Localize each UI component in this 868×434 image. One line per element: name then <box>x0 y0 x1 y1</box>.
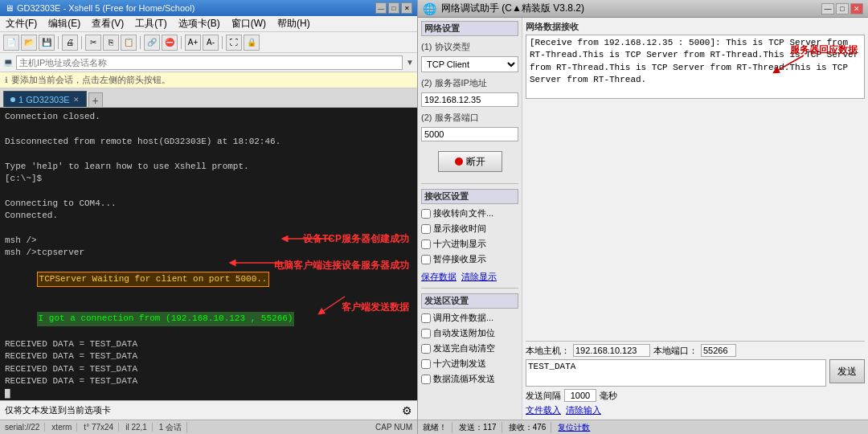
nd-win-buttons: — □ ✕ <box>821 3 863 14</box>
menu-tools[interactable]: 工具(T) <box>133 17 169 31</box>
input-bar-label: 仅将文本发送到当前选项卡 <box>5 404 111 416</box>
xshell-close-btn[interactable]: ✕ <box>401 2 412 14</box>
terminal-cursor: █ <box>5 388 412 400</box>
toolbar-zoom-out[interactable]: A- <box>203 35 219 51</box>
nd-app-icon: 🌐 <box>423 2 436 15</box>
terminal-line-5: Type 'help' to learn how to use Xshell p… <box>5 161 412 173</box>
toolbar-save[interactable]: 💾 <box>39 35 55 51</box>
nd-local-port-input[interactable] <box>701 344 736 357</box>
nd-status-reset[interactable]: 复位计数 <box>558 422 590 433</box>
xshell-maximize-btn[interactable]: □ <box>388 2 399 14</box>
nd-status-ready: 就绪！ <box>423 422 452 433</box>
toolbar-lock[interactable]: 🔒 <box>244 35 260 51</box>
menu-tabs[interactable]: 选项卡(B) <box>176 17 223 31</box>
nd-send-checkbox-4[interactable] <box>421 359 431 369</box>
nd-server-ip-label: (2) 服务器IP地址 <box>421 77 518 89</box>
nd-recv-opt-3[interactable]: 十六进制显示 <box>421 238 518 250</box>
netdebug-panel: 🌐 网络调试助手 (C▲精装版 V3.8.2) — □ ✕ 网络设置 (1) 协… <box>418 0 868 434</box>
nd-send-checkbox-3[interactable] <box>421 344 431 354</box>
menu-window[interactable]: 窗口(W) <box>229 17 268 31</box>
nd-server-ip-input[interactable] <box>421 92 518 107</box>
address-arrow[interactable]: ▼ <box>406 58 414 67</box>
toolbar-paste[interactable]: 📋 <box>121 35 137 51</box>
nd-save-link[interactable]: 保存数据 <box>421 271 457 283</box>
xshell-win-buttons: — □ ✕ <box>375 2 412 14</box>
nd-file-load-link[interactable]: 文件载入 <box>526 404 561 416</box>
nd-recv-checkbox-4[interactable] <box>421 255 431 264</box>
terminal-line-9: Connected. <box>5 210 412 222</box>
nd-recv-opt-1[interactable]: 接收转向文件... <box>421 207 518 219</box>
nd-send-opt-5[interactable]: 数据流循环发送 <box>421 373 518 385</box>
nd-recv-checkbox-1[interactable] <box>421 209 431 219</box>
nd-send-opt-label-2: 自动发送附加位 <box>433 327 495 339</box>
nd-recv-opt-4[interactable]: 暂停接收显示 <box>421 253 518 265</box>
xshell-title-text: GD32303E - Xshell 5 (Free for Home/Schoo… <box>17 3 194 13</box>
input-expand-icon[interactable]: ⚙ <box>402 404 412 417</box>
nd-title-text: 网络调试助手 (C▲精装版 V3.8.2) <box>441 2 584 15</box>
svg-line-3 <box>776 55 804 72</box>
menu-help[interactable]: 帮助(H) <box>275 17 313 31</box>
toolbar-disconnect[interactable]: ⛔ <box>162 35 178 51</box>
nd-server-port-input[interactable] <box>421 127 518 141</box>
nd-send-opt-label-4: 十六进制发送 <box>433 358 486 370</box>
nd-clear-input-link[interactable]: 清除输入 <box>566 404 601 416</box>
xshell-terminal[interactable]: Connection closed. Disconnected from rem… <box>0 108 417 400</box>
nd-send-textarea[interactable]: TEST_DATA <box>526 359 826 387</box>
nd-send-opt-label-5: 数据流循环发送 <box>433 373 495 385</box>
nd-recv-opt-2[interactable]: 显示接收时间 <box>421 223 518 235</box>
tab-dot <box>10 97 15 102</box>
terminal-line-6: [c:\~]$ <box>5 173 412 185</box>
nd-minimize-btn[interactable]: — <box>821 3 834 14</box>
nd-send-checkbox-2[interactable] <box>421 329 431 338</box>
toolbar-connect[interactable]: 🔗 <box>144 35 160 51</box>
tab-add-button[interactable]: + <box>88 92 103 107</box>
netdebug-titlebar: 🌐 网络调试助手 (C▲精装版 V3.8.2) — □ ✕ <box>418 0 868 18</box>
nd-send-checkbox-1[interactable] <box>421 313 431 323</box>
nd-send-checkbox-5[interactable] <box>421 375 431 384</box>
nd-connect-button[interactable]: 断开 <box>438 151 502 172</box>
nd-interval-input[interactable] <box>564 389 596 402</box>
status-pos: il 22,1 <box>125 423 153 432</box>
toolbar-new[interactable]: 📄 <box>3 35 19 51</box>
nd-recv-checkbox-3[interactable] <box>421 240 431 249</box>
terminal-line-2 <box>5 123 412 135</box>
status-size: t° 77x24 <box>84 423 119 432</box>
nd-protocol-select[interactable]: TCP Client <box>421 56 518 72</box>
xshell-panel: 🖥 GD32303E - Xshell 5 (Free for Home/Sch… <box>0 0 418 434</box>
nd-status-recv: 接收：476 <box>509 422 552 433</box>
toolbar-cut[interactable]: ✂ <box>85 35 101 51</box>
terminal-recv-3: RECEIVED DATA = TEST_DATA <box>5 363 412 375</box>
nd-send-opt-2[interactable]: 自动发送附加位 <box>421 327 518 339</box>
toolbar-zoom-in[interactable]: A+ <box>185 35 201 51</box>
toolbar-fullscreen[interactable]: ⛶ <box>226 35 242 51</box>
tab-close-icon[interactable]: ✕ <box>73 96 80 104</box>
nd-send-opt-label-1: 调用文件数据... <box>433 312 493 324</box>
xshell-minimize-btn[interactable]: — <box>375 2 387 14</box>
nd-send-button[interactable]: 发送 <box>829 359 865 383</box>
nd-divider-1 <box>421 183 518 184</box>
nd-close-btn[interactable]: ✕ <box>850 3 863 14</box>
menu-edit[interactable]: 编辑(E) <box>46 17 83 31</box>
nd-recv-checkbox-2[interactable] <box>421 224 431 234</box>
nd-send-opt-3[interactable]: 发送完自动清空 <box>421 342 518 354</box>
nd-send-interval-label: 发送间隔 <box>526 390 561 402</box>
nd-send-opt-4[interactable]: 十六进制发送 <box>421 358 518 370</box>
toolbar-print[interactable]: 🖨 <box>62 35 78 51</box>
xshell-menubar: 文件(F) 编辑(E) 查看(V) 工具(T) 选项卡(B) 窗口(W) 帮助(… <box>0 16 417 32</box>
address-input[interactable] <box>16 55 403 70</box>
xshell-tabs: 1 GD32303E ✕ + <box>0 88 417 108</box>
nd-recv-data-box[interactable]: [Receive from 192.168.12.35 : 5000]: Thi… <box>526 35 865 99</box>
menu-file[interactable]: 文件(F) <box>3 17 39 31</box>
toolbar-copy[interactable]: ⎘ <box>103 35 119 51</box>
nd-interval-row: 发送间隔 毫秒 <box>526 389 865 402</box>
menu-view[interactable]: 查看(V) <box>89 17 126 31</box>
nd-send-opt-1[interactable]: 调用文件数据... <box>421 312 518 324</box>
nd-clear-display-link[interactable]: 清除显示 <box>461 271 497 283</box>
terminal-line-3: Disconnected from remote host(GD32303E) … <box>5 136 412 148</box>
xshell-address-bar: 💻 ▼ <box>0 53 417 72</box>
terminal-line-12: msh />tcpserver <box>5 247 412 259</box>
nd-local-host-input[interactable] <box>573 344 650 357</box>
nd-maximize-btn[interactable]: □ <box>836 3 849 14</box>
tab-gd32303e[interactable]: 1 GD32303E ✕ <box>3 91 87 107</box>
toolbar-open[interactable]: 📂 <box>21 35 37 51</box>
